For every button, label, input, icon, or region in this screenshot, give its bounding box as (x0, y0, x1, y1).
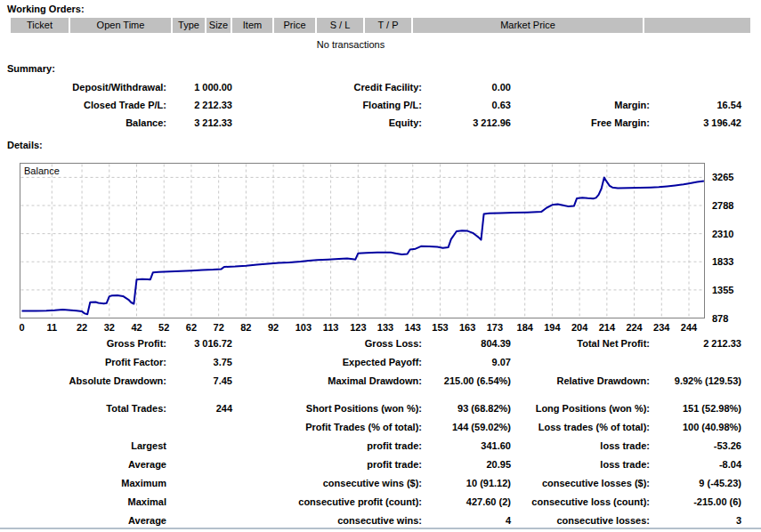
summary-value: 16.54 (716, 100, 741, 110)
summary-label: Closed Trade P/L: (84, 100, 166, 110)
x-tick-label: 214 (599, 322, 616, 333)
x-tick-label: 0 (19, 322, 24, 333)
y-tick-label: 2310 (712, 229, 733, 239)
stat-label: Average (128, 459, 166, 470)
stat-label: consecutive losses: (556, 515, 650, 526)
balance-chart: 3265278823101833135587801122324252627282… (0, 157, 761, 335)
stat-value: -215.00 (6) (693, 496, 741, 507)
stat-label: Loss trades (% of total): (538, 422, 650, 432)
stat-label: Gross Loss: (365, 338, 422, 349)
summary-value: 3 196.42 (703, 117, 741, 128)
summary-label: Balance: (125, 117, 166, 128)
y-tick-label: 1355 (712, 285, 733, 295)
x-tick-label: 22 (77, 322, 87, 333)
x-tick-label: 92 (268, 322, 279, 333)
stat-label: Relative Drawdown: (556, 375, 650, 386)
no-transactions-message: No transactions (0, 39, 701, 50)
stat-label: consecutive wins: (337, 515, 422, 526)
column-header-open-time: Open Time (70, 18, 171, 33)
stat-label: Maximal (128, 496, 166, 507)
y-tick-label: 1833 (712, 256, 733, 267)
stat-value: 427.60 (2) (466, 496, 511, 507)
x-tick-label: 11 (46, 322, 57, 333)
stat-label: consecutive profit (count): (298, 496, 422, 507)
summary-value: 3 212.96 (473, 117, 511, 128)
stat-value: 9.07 (492, 357, 511, 367)
x-tick-label: 72 (214, 322, 224, 333)
stat-value: -53.26 (714, 440, 741, 451)
stat-row: Maximalconsecutive profit (count):427.60… (0, 494, 761, 512)
column-header-price: Price (274, 18, 315, 33)
x-tick-label: 113 (323, 322, 339, 333)
x-tick-label: 32 (104, 322, 115, 333)
summary-title: Summary: (7, 63, 55, 74)
working-orders-title: Working Orders: (7, 4, 85, 14)
stat-label: Long Positions (won %): (536, 403, 650, 414)
stat-label: consecutive wins ($): (323, 478, 422, 488)
summary-label: Credit Facility: (354, 82, 422, 93)
stats-rows-top: Gross Profit:3 016.72Gross Loss:804.39To… (0, 335, 761, 391)
stat-value: 7.45 (214, 375, 232, 386)
summary-row: Closed Trade P/L:2 212.33Floating P/L:0.… (0, 97, 761, 115)
stat-label: Total Net Profit: (577, 338, 650, 349)
stat-row: Profit Trades (% of total):144 (59.02%)L… (0, 419, 761, 438)
balance-curve-label: Balance (24, 165, 60, 176)
stat-row: Largestprofit trade:341.60loss trade:-53… (0, 438, 761, 456)
column-header-market-price: Market Price (413, 18, 643, 33)
x-tick-label: 133 (377, 322, 393, 333)
stat-label: Maximum (121, 478, 166, 488)
column-header-blank (644, 18, 750, 33)
stat-label: Total Trades: (106, 403, 166, 414)
stat-row: Maximumconsecutive wins ($):10 (91.12)co… (0, 475, 761, 494)
stat-label: Expected Payoff: (343, 357, 422, 367)
bottom-divider (0, 528, 761, 529)
stat-value: 4 (506, 515, 511, 526)
summary-rows: Deposit/Withdrawal:1 000.00Credit Facili… (0, 79, 761, 133)
summary-value: 2 212.33 (194, 100, 232, 110)
working-orders-header-row: TicketOpen TimeTypeSizeItemPriceS / LT /… (11, 18, 750, 33)
stat-value: 244 (216, 403, 232, 414)
stat-value: 151 (52.98%) (683, 403, 741, 414)
stat-row: Averageprofit trade:20.95loss trade:-8.0… (0, 456, 761, 475)
stat-label: Average (128, 515, 166, 526)
x-tick-label: 244 (681, 322, 698, 333)
x-tick-label: 194 (544, 322, 561, 333)
details-title: Details: (7, 140, 43, 150)
stat-label: Profit Factor: (105, 357, 166, 367)
stat-value: 3 016.72 (194, 338, 232, 349)
stat-value: 2 212.33 (703, 338, 741, 349)
stat-label: loss trade: (600, 440, 650, 451)
x-tick-label: 82 (240, 322, 251, 333)
stat-label: profit trade: (367, 459, 422, 470)
summary-label: Margin: (614, 100, 650, 110)
summary-value: 0.00 (492, 82, 511, 93)
summary-value: 3 212.33 (194, 117, 232, 128)
stat-label: profit trade: (367, 440, 422, 451)
column-header-size: Size (206, 18, 231, 33)
column-header-s-l: S / L (317, 18, 363, 33)
x-tick-label: 234 (653, 322, 670, 333)
stat-row: Total Trades:244Short Positions (won %):… (0, 400, 761, 419)
stat-value: 100 (40.98%) (683, 422, 741, 432)
summary-label: Equity: (389, 117, 422, 128)
stat-label: Absolute Drawdown: (69, 375, 166, 386)
x-tick-label: 52 (158, 322, 169, 333)
x-tick-label: 163 (459, 322, 475, 333)
stat-value: 10 (91.12) (466, 478, 511, 488)
column-header-type: Type (173, 18, 205, 33)
x-tick-label: 204 (571, 322, 588, 333)
column-header-t-p: T / P (365, 18, 411, 33)
stat-label: consecutive losses ($): (542, 478, 650, 488)
summary-label: Free Margin: (591, 117, 650, 128)
stat-value: -8.04 (719, 459, 741, 470)
stat-label: Maximal Drawdown: (328, 375, 422, 386)
summary-label: Floating P/L: (362, 100, 422, 110)
x-tick-label: 173 (487, 322, 503, 333)
x-tick-label: 143 (405, 322, 421, 333)
balance-chart-svg: 3265278823101833135587801122324252627282… (0, 157, 761, 335)
stat-value: 9.92% (129.53) (675, 375, 741, 386)
stat-label: consecutive loss (count): (531, 496, 650, 507)
x-tick-label: 153 (432, 322, 448, 333)
stat-value: 804.39 (481, 338, 511, 349)
x-tick-label: 224 (626, 322, 643, 333)
